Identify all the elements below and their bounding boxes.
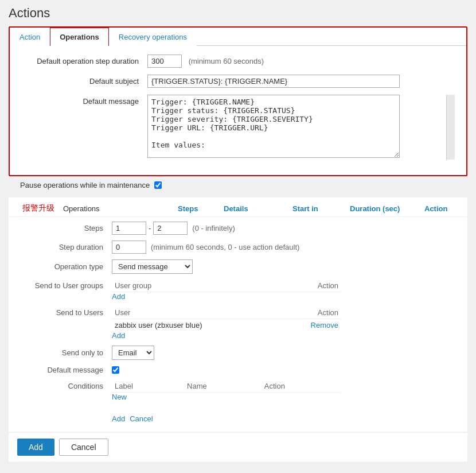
step-from-input[interactable] [112,222,146,235]
col-startin: Start in [292,204,350,213]
pause-label: Pause operations while in maintenance [20,181,150,189]
default-message-textarea[interactable]: Trigger: {TRIGGER.NAME} Trigger status: … [147,95,400,158]
steps-label: Steps [9,224,112,232]
ops-label: Operations [63,204,178,213]
pause-checkbox[interactable] [154,181,162,189]
page-title: Actions [9,6,467,21]
add-user-link[interactable]: Add [112,331,125,340]
conditions-col-action: Action [262,380,341,393]
default-subject-label: Default subject [21,75,147,86]
step-duration-hint: (minimum 60 seconds) [189,57,264,65]
user-action-header: Action [280,307,341,319]
op-type-label: Operation type [9,262,112,271]
send-only-select[interactable]: Email SMS Jabber [112,346,154,360]
cancel-button[interactable]: Cancel [59,439,108,456]
new-condition-link[interactable]: New [112,393,127,401]
default-message-checkbox[interactable] [112,366,119,374]
conditions-label: Conditions [9,380,112,390]
col-duration: Duration (sec) [350,204,424,213]
op-type-select[interactable]: Send message Remote command [112,259,193,274]
step-duration-label: Default operation step duration [21,55,147,65]
conditions-col-label: Label [112,380,184,393]
op-duration-hint: (minimum 60 seconds, 0 - use action defa… [151,243,299,251]
group-action-header: Action [253,280,341,292]
step-duration-input[interactable] [147,55,182,68]
send-to-users-label: Send to Users [9,307,112,317]
tab-recovery[interactable]: Recovery operations [109,28,197,46]
default-message-label: Default message [21,95,147,106]
step-hint: (0 - infinitely) [192,224,235,232]
chinese-label: 报警升级 [9,203,60,214]
send-to-groups-label: Send to User groups [9,280,112,290]
op-duration-label: Step duration [9,243,112,251]
user-col-header: User [112,307,280,319]
group-col-header: User group [112,280,253,292]
tab-operations[interactable]: Operations [50,28,109,46]
step-to-input[interactable] [153,222,188,235]
tab-action[interactable]: Action [10,28,50,46]
col-steps: Steps [178,204,224,213]
user-row: zabbix user (zbxuser blue) Remove [112,319,341,332]
col-action: Action [424,204,465,213]
add-group-link[interactable]: Add [112,292,125,301]
op-default-message-label: Default message [9,366,112,374]
op-cancel-button[interactable]: Cancel [130,414,153,423]
op-duration-input[interactable] [112,241,146,254]
col-details: Details [224,204,292,213]
send-only-label: Send only to [9,348,112,357]
remove-user-link[interactable]: Remove [311,321,338,329]
conditions-col-name: Name [184,380,262,393]
op-add-button[interactable]: Add [112,414,125,423]
add-button[interactable]: Add [17,439,54,456]
default-subject-input[interactable] [147,75,400,88]
user-name: zabbix user (zbxuser blue) [112,319,280,332]
